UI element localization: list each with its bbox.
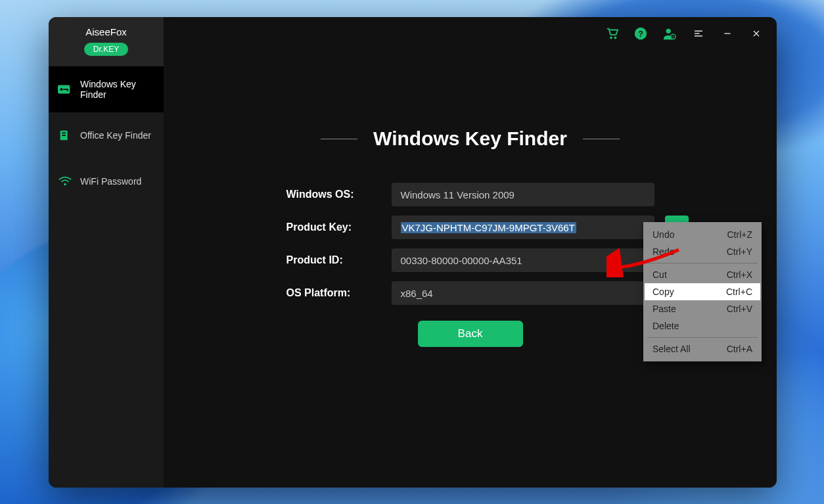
back-button[interactable]: Back [418, 321, 523, 347]
row-os-platform: OS Platform: x86_64 [286, 281, 654, 305]
ctx-shortcut: Ctrl+Y [727, 246, 752, 257]
field-windows-os[interactable]: Windows 11 Version 2009 [392, 183, 654, 206]
titlebar: ? + [605, 26, 764, 41]
sidebar-item-label: Windows Key Finder [80, 79, 154, 100]
sidebar-item-label: WiFi Password [80, 176, 141, 187]
sidebar-item-label: Office Key Finder [80, 130, 151, 141]
sidebar-item-office-key-finder[interactable]: Office Key Finder [49, 112, 164, 158]
minimize-icon[interactable] [720, 26, 735, 41]
title-divider-left [321, 139, 357, 139]
context-menu: Undo Ctrl+Z Redo Ctrl+Y Cut Ctrl+X Copy … [643, 222, 762, 361]
ctx-shortcut: Ctrl+Z [727, 229, 753, 240]
page-title: Windows Key Finder [373, 127, 567, 150]
svg-point-1 [60, 88, 62, 91]
ctx-label: Cut [652, 269, 667, 280]
cart-icon[interactable] [605, 26, 619, 41]
svg-point-7 [64, 183, 66, 186]
ctx-copy[interactable]: Copy Ctrl+C [645, 283, 760, 300]
key-finder-icon [58, 83, 72, 95]
help-icon[interactable]: ? [633, 26, 648, 41]
ctx-label: Undo [652, 229, 674, 240]
form-area: Windows OS: Windows 11 Version 2009 Prod… [286, 183, 654, 347]
brand-badge: Dr.KEY [84, 43, 128, 56]
svg-point-8 [610, 37, 612, 39]
row-windows-os: Windows OS: Windows 11 Version 2009 [286, 183, 654, 206]
ctx-label: Select All [652, 344, 691, 354]
close-icon[interactable] [749, 26, 764, 41]
value-product-id: 00330-80000-00000-AA351 [401, 255, 522, 266]
ctx-delete[interactable]: Delete [645, 317, 760, 334]
menu-icon[interactable] [691, 26, 706, 41]
svg-point-9 [614, 37, 617, 39]
value-product-key: VK7JG-NPHTM-C97JM-9MPGT-3V66T [401, 222, 576, 233]
field-product-id[interactable]: 00330-80000-00000-AA351 [392, 248, 654, 272]
ctx-redo[interactable]: Redo Ctrl+Y [645, 243, 760, 260]
label-product-key: Product Key: [286, 221, 372, 233]
ctx-label: Copy [652, 286, 674, 297]
row-product-key: Product Key: VK7JG-NPHTM-C97JM-9MPGT-3V6… [286, 216, 654, 239]
field-product-key[interactable]: VK7JG-NPHTM-C97JM-9MPGT-3V66T [392, 216, 654, 239]
app-window: AiseeFox Dr.KEY Windows Key Finder Offic… [49, 17, 777, 488]
office-icon [58, 129, 72, 141]
main-area: ? + Windows Key Finder Windows OS: [164, 17, 777, 488]
ctx-shortcut: Ctrl+C [726, 286, 752, 297]
ctx-label: Paste [652, 304, 676, 314]
brand-name: AiseeFox [49, 26, 164, 37]
row-product-id: Product ID: 00330-80000-00000-AA351 [286, 248, 654, 272]
title-divider-right [583, 139, 620, 139]
sidebar-item-windows-key-finder[interactable]: Windows Key Finder [49, 66, 164, 112]
svg-rect-3 [67, 89, 68, 91]
svg-text:+: + [672, 34, 674, 39]
sidebar: AiseeFox Dr.KEY Windows Key Finder Offic… [49, 17, 164, 488]
user-add-icon[interactable]: + [662, 26, 677, 41]
ctx-undo[interactable]: Undo Ctrl+Z [645, 226, 760, 243]
value-os-platform: x86_64 [401, 288, 433, 299]
value-windows-os: Windows 11 Version 2009 [401, 189, 515, 200]
label-os-platform: OS Platform: [286, 287, 372, 299]
svg-point-12 [666, 29, 671, 34]
ctx-label: Delete [652, 321, 679, 331]
svg-rect-6 [62, 135, 66, 136]
svg-rect-5 [62, 132, 66, 133]
page-title-wrap: Windows Key Finder [164, 127, 777, 150]
ctx-shortcut: Ctrl+X [727, 269, 752, 280]
ctx-cut[interactable]: Cut Ctrl+X [645, 266, 760, 283]
ctx-select-all[interactable]: Select All Ctrl+A [645, 340, 760, 357]
wifi-icon [58, 175, 72, 187]
brand-area: AiseeFox Dr.KEY [49, 17, 164, 66]
label-product-id: Product ID: [286, 254, 372, 266]
ctx-paste[interactable]: Paste Ctrl+V [645, 300, 760, 317]
sidebar-item-wifi-password[interactable]: WiFi Password [49, 158, 164, 204]
ctx-label: Redo [652, 246, 674, 257]
ctx-shortcut: Ctrl+A [727, 344, 752, 354]
ctx-shortcut: Ctrl+V [727, 304, 752, 314]
field-os-platform[interactable]: x86_64 [392, 281, 654, 305]
svg-text:?: ? [638, 29, 643, 39]
label-windows-os: Windows OS: [286, 189, 372, 200]
